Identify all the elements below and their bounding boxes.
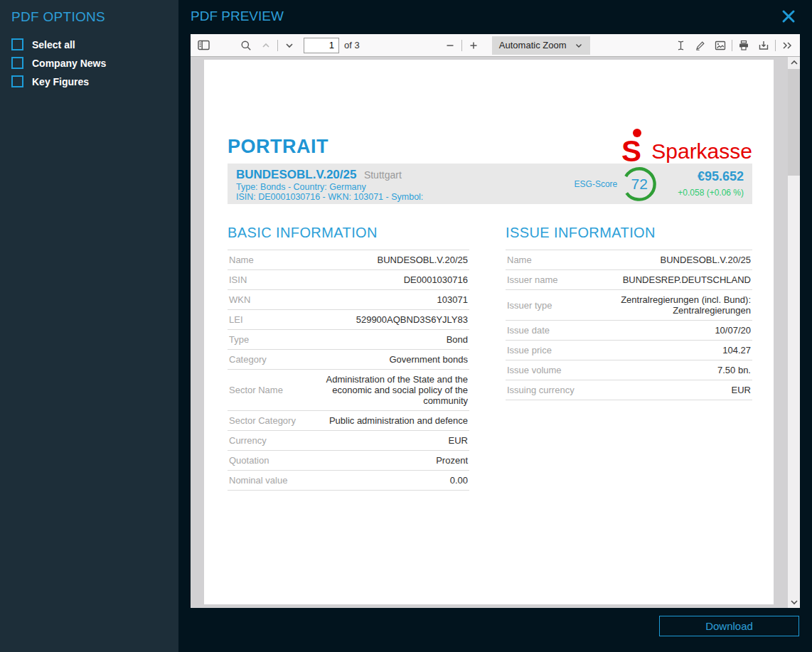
option-label: Company News [32, 58, 106, 69]
row-value: Prozent [436, 455, 468, 466]
scrollbar-thumb[interactable] [788, 69, 800, 176]
scroll-down-icon[interactable] [788, 597, 800, 608]
info-columns: BASIC INFORMATION Name BUNDESOBL.V.20/25 [228, 225, 752, 491]
table-row: Sector Category Public administration an… [228, 411, 469, 431]
page-up-icon[interactable] [256, 36, 276, 55]
section-title: BASIC INFORMATION [228, 225, 469, 241]
search-icon[interactable] [236, 36, 256, 55]
instrument-banner: BUNDESOBL.V.20/25 Stuttgart Type: Bonds … [228, 164, 752, 204]
issue-information-section: ISSUE INFORMATION Name BUNDESOBL.V.20/25 [506, 225, 752, 491]
table-row: Sector Name Administration of the State … [228, 370, 469, 411]
pdf-viewer: of 3 Automatic Zoom [191, 34, 800, 608]
basic-information-section: BASIC INFORMATION Name BUNDESOBL.V.20/25 [228, 225, 469, 491]
row-value: 10/07/20 [715, 325, 751, 336]
modal-header: PDF PREVIEW [178, 0, 812, 34]
price-change: +0.058 (+0.06 %) [678, 188, 744, 198]
vertical-scrollbar[interactable] [788, 57, 800, 608]
row-label: Nominal value [229, 475, 287, 486]
row-label: Category [229, 354, 267, 365]
esg-score-label: ESG-Score [575, 179, 618, 189]
esg-score-ring: 72 [621, 166, 658, 203]
row-label: Currency [229, 435, 267, 446]
table-row: Issue volume 7.50 bn. [506, 360, 752, 380]
table-row: Currency EUR [228, 431, 469, 451]
option-company-news[interactable]: Company News [11, 57, 167, 69]
toolbar-separator [775, 40, 776, 51]
page-title: PORTRAIT [228, 136, 328, 164]
toolbar-separator [277, 40, 278, 51]
pdf-toolbar: of 3 Automatic Zoom [191, 34, 800, 57]
price-value: €95.652 [698, 169, 744, 184]
row-value: BUNDESOBL.V.20/25 [661, 255, 751, 265]
company-news-checkbox[interactable] [11, 57, 23, 69]
row-value: Public administration and defence [329, 415, 468, 426]
price-block: €95.652 +0.058 (+0.06 %) [678, 164, 752, 204]
row-label: ISIN [229, 274, 247, 285]
save-icon[interactable] [754, 36, 774, 55]
print-icon[interactable] [734, 36, 754, 55]
zoom-out-icon[interactable] [440, 36, 460, 55]
zoom-in-icon[interactable] [464, 36, 484, 55]
row-value: BUNDESREP.DEUTSCHLAND [623, 274, 751, 285]
pdf-preview-dialog: PDF OPTIONS Select all Company News Key … [0, 0, 812, 652]
row-value: EUR [449, 435, 468, 446]
page-count-label: of 3 [344, 40, 360, 50]
table-row: Issue price 104.27 [506, 341, 752, 360]
esg-score-value: 72 [621, 176, 658, 193]
download-button[interactable]: Download [659, 616, 799, 636]
sparkasse-s-icon: S [620, 128, 646, 164]
modal-title: PDF PREVIEW [191, 9, 284, 24]
row-label: Sector Category [229, 415, 296, 426]
chevron-down-icon [575, 41, 583, 50]
svg-text:S: S [621, 134, 641, 164]
option-label: Select all [32, 39, 75, 50]
row-value: Zentralregierungen (incl. Bund): Zentral… [585, 294, 751, 316]
table-row: ISIN DE0001030716 [228, 270, 469, 290]
table-row: Issuing currency EUR [506, 380, 752, 400]
row-label: LEI [229, 314, 243, 325]
pdf-options-sidebar: PDF OPTIONS Select all Company News Key … [0, 0, 178, 652]
page-down-icon[interactable] [279, 36, 299, 55]
key-figures-checkbox[interactable] [11, 75, 23, 87]
select-all-checkbox[interactable] [11, 38, 23, 50]
table-row: Issue date 10/07/20 [506, 321, 752, 341]
pdf-canvas: PORTRAIT S Sparkasse BUNDESOBL.V.20/25 S [191, 57, 800, 608]
row-value: DE0001030716 [404, 274, 468, 285]
row-label: Issuer type [507, 300, 552, 311]
toolbar-separator [732, 40, 732, 51]
table-row: Category Government bonds [228, 350, 469, 370]
option-key-figures[interactable]: Key Figures [11, 75, 167, 87]
row-value: Bond [447, 334, 468, 345]
more-tools-icon[interactable] [777, 36, 797, 55]
table-row: Quotation Prozent [228, 451, 469, 471]
sidebar-title: PDF OPTIONS [11, 9, 167, 25]
zoom-level-select[interactable]: Automatic Zoom [492, 36, 590, 55]
text-select-icon[interactable] [671, 36, 690, 55]
row-label: WKN [229, 294, 250, 305]
page-number-input[interactable] [304, 38, 339, 53]
scroll-up-icon[interactable] [788, 57, 800, 68]
row-value: 104.27 [722, 345, 751, 356]
table-row: LEI 529900AQBND3S6YJLY83 [228, 310, 469, 330]
add-image-icon[interactable] [710, 36, 730, 55]
page-brand-row: PORTRAIT S Sparkasse [228, 119, 752, 164]
row-value: Government bonds [389, 354, 468, 365]
row-value: 7.50 bn. [717, 365, 751, 375]
option-select-all[interactable]: Select all [11, 38, 167, 50]
sparkasse-wordmark: Sparkasse [651, 141, 752, 164]
row-label: Sector Name [229, 385, 283, 395]
draw-icon[interactable] [690, 36, 710, 55]
row-label: Issuer name [507, 274, 558, 285]
close-icon[interactable] [781, 9, 796, 24]
instrument-isin-line: ISIN: DE0001030716 - WKN: 103071 - Symbo… [236, 192, 575, 202]
pdf-page: PORTRAIT S Sparkasse BUNDESOBL.V.20/25 S [204, 60, 774, 604]
esg-score-widget: ESG-Score 72 [575, 164, 658, 204]
row-value: 0.00 [450, 475, 468, 486]
row-label: Issue date [507, 325, 550, 336]
table-row: WKN 103071 [228, 290, 469, 310]
toolbar-separator [461, 40, 462, 51]
instrument-exchange: Stuttgart [364, 169, 402, 181]
row-value: 103071 [437, 294, 468, 305]
instrument-summary: BUNDESOBL.V.20/25 Stuttgart Type: Bonds … [228, 164, 575, 204]
toggle-sidebar-icon[interactable] [193, 36, 213, 55]
